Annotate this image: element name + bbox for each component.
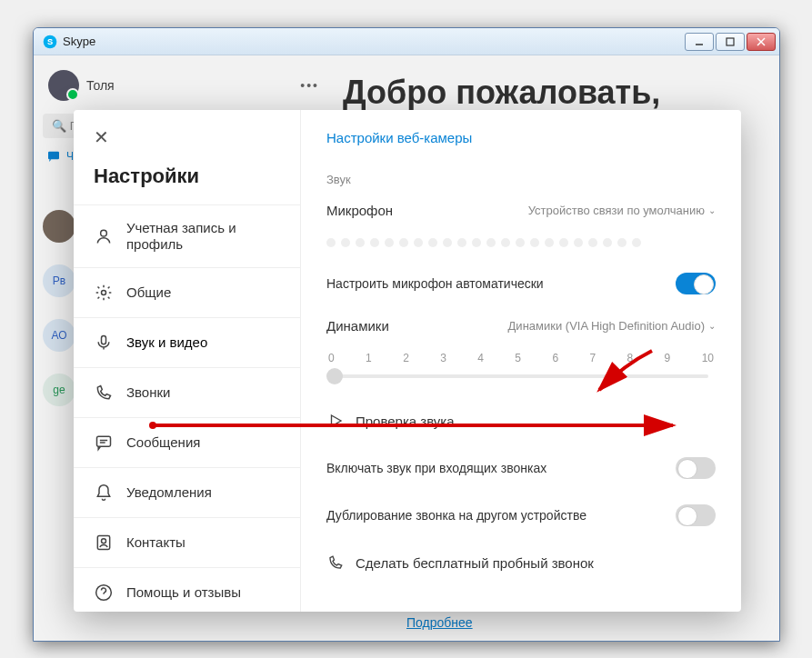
test-audio-button[interactable]: Проверка звука [326, 403, 716, 439]
nav-label: Общие [126, 284, 171, 301]
test-audio-label: Проверка звука [356, 414, 455, 429]
free-trial-call-button[interactable]: Сделать бесплатный пробный звонок [326, 544, 716, 581]
svg-rect-13 [97, 536, 109, 550]
auto-mic-label: Настроить микрофон автоматически [326, 276, 544, 291]
maximize-button[interactable] [716, 33, 745, 51]
nav-label: Контакты [126, 534, 185, 551]
svg-rect-9 [102, 336, 106, 344]
nav-audio-video[interactable]: Звук и видео [74, 317, 300, 367]
microphone-label: Микрофон [326, 203, 393, 218]
svg-point-14 [102, 539, 106, 543]
nav-label: Звонки [126, 384, 170, 401]
contacts-icon [94, 533, 114, 553]
settings-modal: ✕ Настройки Учетная запись и профиль Общ… [74, 110, 741, 612]
nav-contacts[interactable]: Контакты [74, 517, 300, 567]
phone-icon [94, 383, 114, 403]
microphone-device-select[interactable]: Устройство связи по умолчанию ⌄ [528, 204, 716, 217]
titlebar: S Skype [34, 28, 779, 55]
window-controls [685, 33, 776, 51]
speakers-volume-slider[interactable]: 012345678910 [326, 352, 716, 384]
nav-general[interactable]: Общие [74, 267, 300, 317]
auto-mic-toggle[interactable] [676, 273, 716, 294]
svg-rect-3 [727, 38, 734, 45]
chevron-down-icon: ⌄ [708, 321, 716, 331]
svg-point-7 [101, 230, 107, 236]
window-title: Skype [63, 35, 685, 48]
settings-close-button[interactable]: ✕ [74, 110, 129, 164]
speakers-label: Динамики [326, 318, 389, 334]
incoming-sound-row: Включать звук при входящих звонках [326, 450, 716, 486]
auto-mic-row: Настроить микрофон автоматически [326, 265, 716, 302]
user-icon [94, 226, 114, 246]
mic-icon [94, 333, 114, 353]
nav-label: Уведомления [126, 484, 212, 501]
duplicate-ring-row: Дублирование звонка на другом устройстве [326, 497, 716, 533]
settings-title: Настройки [74, 164, 300, 204]
nav-account[interactable]: Учетная запись и профиль [74, 204, 300, 267]
skype-icon: S [43, 35, 57, 49]
gear-icon [94, 283, 114, 303]
incoming-sound-label: Включать звук при входящих звонках [326, 461, 546, 475]
help-icon [94, 583, 114, 603]
nav-calls[interactable]: Звонки [74, 367, 300, 417]
settings-content: Настройки веб-камеры Звук Микрофон Устро… [301, 110, 741, 612]
nav-label: Сообщения [126, 434, 200, 451]
duplicate-ring-toggle[interactable] [676, 504, 716, 526]
nav-label: Звук и видео [126, 334, 207, 351]
free-trial-call-label: Сделать бесплатный пробный звонок [356, 555, 594, 571]
nav-help[interactable]: Помощь и отзывы [74, 567, 300, 612]
microphone-row: Микрофон Устройство связи по умолчанию ⌄ [326, 197, 716, 224]
message-icon [94, 433, 114, 453]
speakers-device-value: Динамики (VIA High Definition Audio) [508, 319, 705, 333]
svg-text:S: S [47, 37, 53, 46]
webcam-settings-link[interactable]: Настройки веб-камеры [326, 130, 716, 145]
svg-rect-10 [97, 436, 111, 446]
chevron-down-icon: ⌄ [708, 205, 716, 215]
incoming-sound-toggle[interactable] [676, 457, 716, 479]
nav-notifications[interactable]: Уведомления [74, 467, 300, 517]
duplicate-ring-label: Дублирование звонка на другом устройстве [326, 508, 586, 523]
microphone-device-value: Устройство связи по умолчанию [528, 204, 705, 217]
nav-messages[interactable]: Сообщения [74, 417, 300, 467]
app-window: S Skype Толя ••• 🔍 Пои Чаты [33, 27, 780, 642]
minimize-button[interactable] [685, 33, 714, 51]
bell-icon [94, 483, 114, 503]
play-icon [326, 412, 345, 430]
settings-nav: ✕ Настройки Учетная запись и профиль Общ… [74, 110, 301, 612]
microphone-level-meter [326, 238, 716, 247]
nav-label: Помощь и отзывы [126, 584, 241, 601]
app-body: Толя ••• 🔍 Пои Чаты Добро пожаловать, Вр… [34, 55, 779, 641]
close-button[interactable] [747, 33, 776, 51]
svg-marker-16 [332, 415, 342, 426]
slider-thumb[interactable] [326, 368, 343, 384]
svg-point-8 [102, 291, 106, 295]
sound-heading: Звук [326, 173, 716, 186]
phone-icon [326, 553, 345, 572]
speakers-row: Динамики Динамики (VIA High Definition A… [326, 313, 716, 339]
speakers-device-select[interactable]: Динамики (VIA High Definition Audio) ⌄ [508, 319, 716, 333]
nav-label: Учетная запись и профиль [126, 220, 280, 253]
